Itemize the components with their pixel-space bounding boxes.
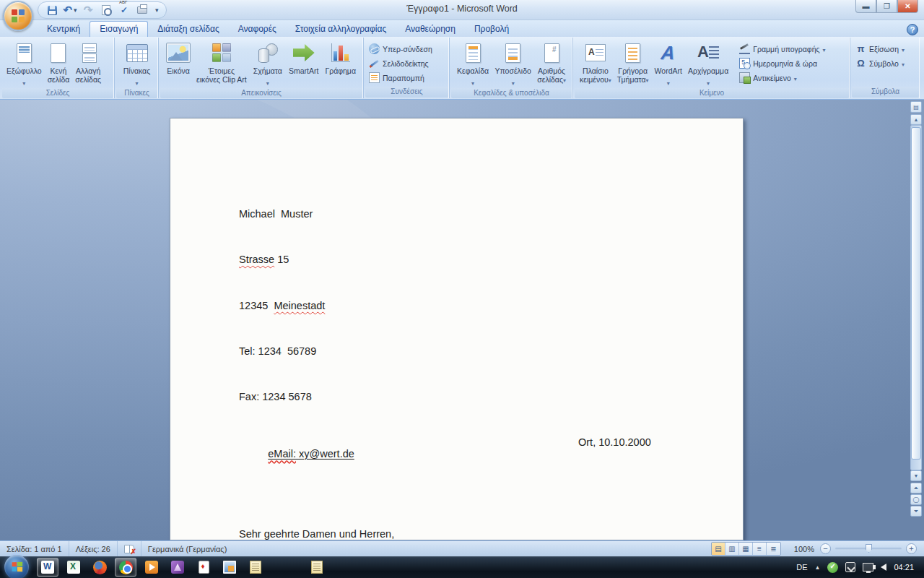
cross-reference-button[interactable]: Παραπομπή: [367, 72, 435, 84]
restore-button[interactable]: ❐: [876, 0, 897, 13]
system-tray: DE ▲ 04:21: [796, 562, 924, 573]
show-hidden-icons-button[interactable]: ▲: [815, 564, 821, 571]
zoom-slider[interactable]: [835, 548, 902, 550]
clock[interactable]: 04:21: [894, 563, 914, 571]
group-label-illustrations: Απεικονίσεις: [160, 88, 362, 98]
text-box-icon: [585, 44, 606, 61]
clip-art-button[interactable]: Έτοιμεςεικόνες Clip Art: [193, 39, 250, 84]
taskbar-media-player-button[interactable]: [141, 558, 162, 577]
smartart-button[interactable]: SmartArt: [286, 39, 321, 75]
cover-page-button[interactable]: Εξώφυλλο: [4, 39, 45, 88]
web-layout-view-button[interactable]: ▦: [739, 543, 753, 555]
minimize-button[interactable]: ▬: [855, 0, 876, 13]
taskbar-sticky-notes-button[interactable]: [306, 558, 328, 577]
tab-review[interactable]: Αναθεώρηση: [396, 22, 465, 37]
tab-home[interactable]: Κεντρική: [38, 22, 90, 37]
help-button[interactable]: ?: [907, 24, 918, 35]
office-button[interactable]: [3, 1, 33, 31]
tab-references[interactable]: Αναφορές: [229, 22, 286, 37]
ribbon-group-links: Υπερ-σύνδεση Σελιδοδείκτης Παραπομπή Συν…: [365, 38, 450, 98]
network-icon[interactable]: [863, 563, 873, 571]
wordart-button[interactable]: A WordArt: [652, 39, 685, 88]
taskbar-chrome-button[interactable]: [115, 558, 136, 577]
firefox-icon: [93, 561, 107, 574]
zoom-out-button[interactable]: −: [820, 543, 831, 554]
minimize-icon: ▬: [863, 2, 870, 10]
hyperlink-button[interactable]: Υπερ-σύνδεση: [367, 43, 435, 55]
taskbar-cards-app-button[interactable]: [193, 558, 214, 577]
zoom-slider-thumb[interactable]: [866, 544, 872, 553]
document-text[interactable]: Michael Muster Strasse 15 12345 Meinesta…: [239, 185, 699, 540]
document-page[interactable]: Michael Muster Strasse 15 12345 Meinesta…: [170, 118, 744, 540]
scrollbar-thumb[interactable]: [911, 127, 921, 460]
page-number-button[interactable]: Αριθμόςσελίδας: [534, 39, 569, 85]
signature-line-button[interactable]: Γραμμή υπογραφής: [737, 43, 827, 55]
draft-view-button[interactable]: ≣: [767, 543, 780, 555]
drop-cap-icon: [697, 43, 719, 62]
taskbar-notes-app-button[interactable]: [245, 558, 266, 577]
taskbar-word-button[interactable]: [37, 558, 58, 577]
tab-page-layout[interactable]: Διάταξη σελίδας: [148, 22, 228, 37]
proofing-status[interactable]: [118, 541, 141, 556]
chart-button[interactable]: Γράφημα: [322, 39, 359, 75]
header-button[interactable]: Κεφαλίδα: [454, 39, 492, 88]
next-page-button[interactable]: ⏷: [910, 506, 922, 517]
tab-mailings[interactable]: Στοιχεία αλληλογραφίας: [286, 22, 396, 37]
safely-remove-hardware-icon[interactable]: [845, 562, 855, 572]
picture-button[interactable]: Εικόνα: [164, 39, 193, 75]
keyboard-language-indicator[interactable]: DE: [796, 563, 807, 571]
tab-view[interactable]: Προβολή: [465, 22, 518, 37]
select-browse-object-button[interactable]: ◯: [910, 494, 922, 505]
symbol-button[interactable]: ΩΣύμβολο: [853, 57, 907, 69]
start-button[interactable]: [4, 555, 29, 578]
double-down-icon: ⏷: [914, 508, 918, 515]
scrollbar-track[interactable]: [910, 125, 922, 470]
outline-view-button[interactable]: ≡: [753, 543, 767, 555]
table-button[interactable]: Πίνακας: [121, 39, 154, 88]
object-button[interactable]: Αντικείμενο: [737, 72, 827, 84]
zoom-in-button[interactable]: +: [906, 543, 917, 554]
page-indicator[interactable]: Σελίδα: 1 από 1: [0, 541, 69, 556]
word-count[interactable]: Λέξεις: 26: [69, 541, 118, 556]
equation-button[interactable]: πΕξίσωση: [853, 43, 907, 55]
bookmark-button[interactable]: Σελιδοδείκτης: [367, 57, 435, 69]
volume-icon[interactable]: [881, 564, 886, 571]
scroll-down-button[interactable]: ▼: [910, 470, 922, 481]
picture-icon: [167, 43, 190, 62]
arrow-down-icon: ▼: [914, 473, 919, 478]
minus-icon: −: [823, 545, 827, 553]
scroll-up-button[interactable]: ▲: [910, 114, 922, 125]
drop-cap-button[interactable]: Αρχίγραμμα: [685, 39, 731, 88]
close-icon: ✕: [905, 2, 910, 10]
zoom-level[interactable]: 100%: [794, 545, 814, 553]
dropdown-arrow-icon: [135, 75, 138, 88]
footer-button[interactable]: Υποσέλιδο: [492, 39, 533, 88]
previous-page-button[interactable]: ⏶: [910, 483, 922, 493]
date-time-button[interactable]: Ημερομηνία & ώρα: [737, 57, 827, 69]
ribbon-group-symbols: πΕξίσωση ΩΣύμβολο Σύμβολα: [851, 38, 920, 98]
language-indicator[interactable]: Γερμανικά (Γερμανίας): [141, 541, 234, 556]
taskbar-media-center-button[interactable]: [167, 558, 188, 577]
text-box-button[interactable]: Πλαίσιοκειμένου: [577, 39, 614, 85]
email-link[interactable]: xy@wert.de: [296, 448, 354, 460]
windows-logo-icon: [12, 562, 22, 573]
page-break-button[interactable]: Αλλαγήσελίδας: [72, 39, 104, 84]
ruler-toggle-button[interactable]: ▤: [910, 101, 922, 113]
tab-insert[interactable]: Εισαγωγή: [90, 21, 148, 37]
taskbar-excel-button[interactable]: [63, 558, 84, 577]
taskbar-photo-viewer-button[interactable]: [219, 558, 240, 577]
dropdown-arrow-icon: [902, 45, 905, 53]
quick-parts-button[interactable]: ΓρήγοραΤμήματα: [614, 39, 652, 85]
vertical-scrollbar: ▤ ▲ ▼ ⏶ ◯ ⏷: [910, 101, 923, 539]
blank-page-button[interactable]: Κενήσελίδα: [45, 39, 73, 84]
group-label-pages: Σελίδες: [2, 88, 113, 98]
security-status-icon[interactable]: [827, 562, 838, 573]
full-screen-reading-view-button[interactable]: ▥: [725, 543, 739, 555]
shapes-button[interactable]: Σχήματα: [250, 39, 285, 88]
taskbar-firefox-button[interactable]: [89, 558, 110, 577]
close-button[interactable]: ✕: [897, 0, 918, 13]
group-label-header-footer: Κεφαλίδες & υποσέλιδα: [451, 88, 572, 98]
dropdown-arrow-icon: [707, 75, 710, 88]
ribbon-group-header-footer: Κεφαλίδα Υποσέλιδο Αριθμόςσελίδας Κεφαλί…: [450, 38, 573, 98]
print-layout-view-button[interactable]: ▤: [712, 543, 725, 555]
